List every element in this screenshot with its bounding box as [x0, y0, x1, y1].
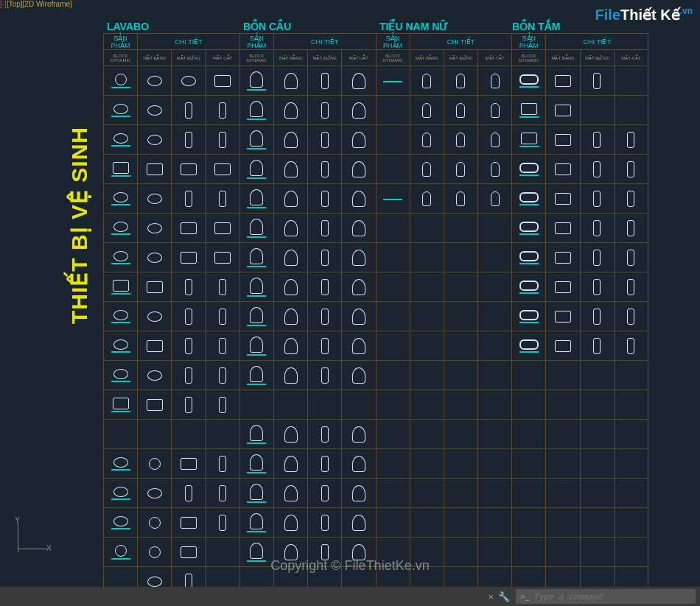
grid-cell[interactable] [376, 508, 410, 538]
grid-cell[interactable] [104, 125, 138, 155]
grid-cell[interactable] [273, 125, 307, 155]
grid-cell[interactable] [104, 302, 138, 331]
grid-cell[interactable] [104, 66, 138, 96]
grid-cell[interactable] [376, 272, 410, 302]
grid-cell[interactable] [206, 420, 239, 449]
grid-cell[interactable] [206, 390, 239, 420]
grid-cell[interactable] [104, 361, 138, 390]
grid-cell[interactable] [376, 66, 410, 96]
grid-cell[interactable] [444, 331, 477, 361]
grid-cell[interactable] [239, 272, 273, 302]
grid-cell[interactable] [546, 125, 580, 155]
grid-cell[interactable] [342, 302, 376, 331]
grid-cell[interactable] [478, 302, 512, 331]
close-icon[interactable]: × [488, 591, 494, 602]
grid-cell[interactable] [206, 479, 239, 508]
grid-cell[interactable] [308, 331, 342, 361]
grid-cell[interactable] [239, 479, 273, 508]
grid-cell[interactable] [444, 272, 477, 302]
grid-cell[interactable] [410, 361, 444, 390]
grid-cell[interactable] [512, 243, 546, 272]
grid-cell[interactable] [342, 243, 376, 272]
grid-cell[interactable] [614, 96, 648, 125]
grid-cell[interactable] [104, 214, 138, 243]
grid-cell[interactable] [239, 361, 273, 390]
grid-cell[interactable] [512, 302, 546, 331]
grid-cell[interactable] [239, 184, 273, 214]
grid-cell[interactable] [614, 184, 648, 214]
grid-cell[interactable] [546, 302, 580, 331]
grid-cell[interactable] [104, 420, 138, 449]
grid-cell[interactable] [239, 66, 273, 96]
grid-cell[interactable] [172, 390, 206, 420]
grid-cell[interactable] [273, 508, 307, 538]
grid-cell[interactable] [614, 390, 648, 420]
grid-cell[interactable] [580, 66, 614, 96]
viewport-controls[interactable]: [-][Top][2D Wireframe] [0, 0, 72, 8]
grid-cell[interactable] [614, 538, 648, 567]
grid-cell[interactable] [580, 538, 614, 567]
grid-cell[interactable] [342, 361, 376, 390]
grid-cell[interactable] [410, 96, 444, 125]
grid-cell[interactable] [308, 538, 342, 567]
grid-cell[interactable] [104, 449, 138, 479]
grid-cell[interactable] [410, 272, 444, 302]
grid-cell[interactable] [308, 96, 342, 125]
grid-cell[interactable] [580, 155, 614, 184]
grid-cell[interactable] [546, 508, 580, 538]
grid-cell[interactable] [478, 66, 512, 96]
grid-cell[interactable] [376, 331, 410, 361]
grid-cell[interactable] [580, 214, 614, 243]
grid-cell[interactable] [410, 508, 444, 538]
grid-cell[interactable] [273, 243, 307, 272]
grid-cell[interactable] [478, 96, 512, 125]
grid-cell[interactable] [308, 420, 342, 449]
grid-cell[interactable] [273, 331, 307, 361]
grid-cell[interactable] [478, 272, 512, 302]
grid-cell[interactable] [239, 420, 273, 449]
grid-cell[interactable] [478, 331, 512, 361]
grid-cell[interactable] [478, 184, 512, 214]
grid-cell[interactable] [376, 125, 410, 155]
grid-cell[interactable] [410, 155, 444, 184]
grid-cell[interactable] [104, 243, 138, 272]
grid-cell[interactable] [444, 420, 477, 449]
grid-cell[interactable] [206, 272, 239, 302]
grid-cell[interactable] [172, 538, 206, 567]
grid-cell[interactable] [614, 155, 648, 184]
grid-cell[interactable] [546, 243, 580, 272]
grid-cell[interactable] [138, 538, 172, 567]
grid-cell[interactable] [239, 390, 273, 420]
grid-cell[interactable] [512, 272, 546, 302]
grid-cell[interactable] [138, 66, 172, 96]
grid-cell[interactable] [138, 125, 172, 155]
grid-cell[interactable] [342, 66, 376, 96]
grid-cell[interactable] [512, 331, 546, 361]
grid-cell[interactable] [138, 331, 172, 361]
grid-cell[interactable] [239, 508, 273, 538]
grid-cell[interactable] [308, 449, 342, 479]
grid-cell[interactable] [138, 420, 172, 449]
grid-cell[interactable] [580, 479, 614, 508]
grid-cell[interactable] [376, 479, 410, 508]
grid-cell[interactable] [206, 302, 239, 331]
grid-cell[interactable] [308, 479, 342, 508]
grid-cell[interactable] [478, 125, 512, 155]
grid-cell[interactable] [580, 96, 614, 125]
ucs-icon[interactable]: Y X [7, 515, 52, 560]
grid-cell[interactable] [239, 538, 273, 567]
grid-cell[interactable] [546, 538, 580, 567]
grid-cell[interactable] [376, 538, 410, 567]
grid-cell[interactable] [308, 390, 342, 420]
grid-cell[interactable] [478, 479, 512, 508]
grid-cell[interactable] [580, 361, 614, 390]
grid-cell[interactable] [478, 155, 512, 184]
grid-cell[interactable] [512, 508, 546, 538]
grid-cell[interactable] [342, 420, 376, 449]
grid-cell[interactable] [138, 272, 172, 302]
grid-cell[interactable] [342, 125, 376, 155]
grid-cell[interactable] [342, 331, 376, 361]
grid-cell[interactable] [342, 184, 376, 214]
grid-cell[interactable] [580, 331, 614, 361]
grid-cell[interactable] [239, 449, 273, 479]
